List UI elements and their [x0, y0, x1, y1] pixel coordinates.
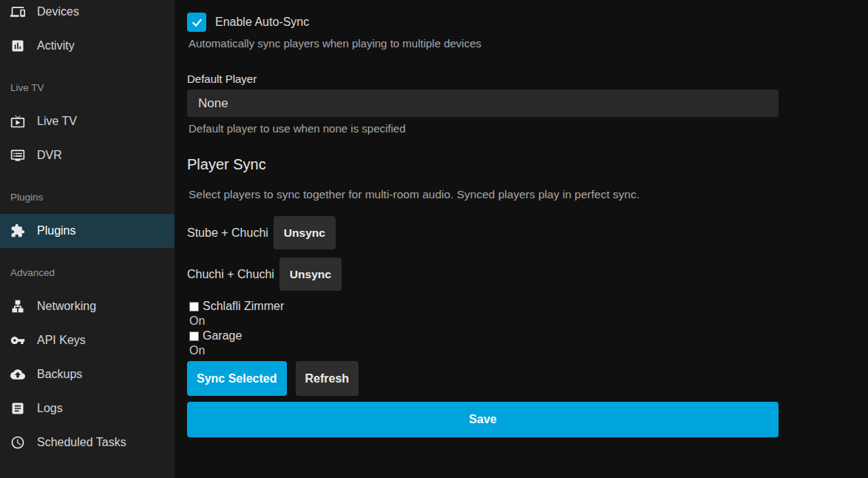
auto-sync-label: Enable Auto-Sync [215, 16, 309, 29]
unsync-button[interactable]: Unsync [274, 216, 336, 249]
sidebar-item-logs[interactable]: Logs [0, 391, 174, 425]
refresh-button[interactable]: Refresh [296, 361, 359, 396]
sidebar-item-backups[interactable]: Backups [0, 357, 174, 391]
sidebar-item-label: Live TV [37, 115, 77, 128]
default-player-select[interactable]: None [187, 90, 779, 117]
sidebar-item-scheduled-tasks[interactable]: Scheduled Tasks [0, 425, 174, 460]
sidebar-item-label: DVR [37, 149, 62, 162]
player-entry: GarageOn [189, 329, 779, 358]
activity-icon [10, 38, 25, 53]
default-player-value: None [198, 96, 228, 111]
sync-group-row: Stube + ChuchiUnsync [187, 216, 779, 249]
sync-actions-row: Sync Selected Refresh [187, 361, 779, 396]
player-status: On [189, 343, 779, 358]
sidebar-item-activity[interactable]: Activity [0, 29, 174, 63]
networking-icon [10, 299, 25, 314]
player-name: Garage [203, 329, 242, 343]
sync-selected-button[interactable]: Sync Selected [187, 361, 287, 396]
logs-icon [10, 401, 25, 416]
save-button[interactable]: Save [187, 402, 779, 437]
sidebar-item-plugins[interactable]: Plugins [0, 214, 174, 248]
sidebar-item-live-tv[interactable]: Live TV [0, 104, 174, 138]
sidebar-item-label: Logs [37, 402, 63, 415]
unsync-button[interactable]: Unsync [279, 257, 342, 291]
player-sync-description: Select players to sync together for mult… [189, 188, 779, 201]
clock-icon [10, 435, 25, 450]
plugins-icon [10, 223, 25, 238]
default-player-description: Default player to use when none is speci… [189, 122, 779, 135]
devices-icon [10, 4, 25, 19]
live-tv-icon [10, 114, 25, 129]
sidebar-nav-list: DevicesActivityLive TVLive TVDVRPluginsP… [0, 0, 174, 460]
sync-group-name: Chuchi + Chuchi [187, 268, 274, 281]
sidebar-section-header: Plugins [0, 180, 174, 214]
sidebar-item-label: Activity [37, 39, 75, 53]
sidebar-item-label: Plugins [37, 224, 75, 238]
player-checkbox[interactable] [189, 331, 199, 341]
sync-group-list: Stube + ChuchiUnsyncChuchi + ChuchiUnsyn… [187, 216, 779, 291]
key-icon [10, 333, 25, 348]
sync-group-name: Stube + Chuchi [187, 226, 268, 240]
sync-group-row: Chuchi + ChuchiUnsync [187, 257, 779, 291]
sidebar-section-header: Advanced [0, 255, 174, 289]
sidebar-item-label: API Keys [37, 334, 86, 347]
sidebar-item-devices[interactable]: Devices [0, 0, 174, 29]
settings-form: Enable Auto-Sync Automatically sync play… [187, 13, 779, 437]
backup-icon [10, 367, 25, 382]
sidebar-item-label: Devices [37, 5, 79, 18]
dvr-icon [10, 148, 25, 163]
sidebar-section-header: Live TV [0, 70, 174, 104]
auto-sync-checkbox-row[interactable]: Enable Auto-Sync [187, 13, 779, 32]
auto-sync-description: Automatically sync players when playing … [189, 37, 779, 50]
player-list: Schlafli ZimmerOnGarageOn [189, 299, 779, 358]
player-name: Schlafli Zimmer [203, 300, 284, 313]
sidebar-item-dvr[interactable]: DVR [0, 138, 174, 172]
sidebar-item-api-keys[interactable]: API Keys [0, 323, 174, 357]
sidebar-item-label: Backups [37, 368, 82, 381]
checkmark-icon [191, 16, 203, 29]
sidebar-item-label: Scheduled Tasks [37, 436, 126, 449]
sidebar-item-label: Networking [37, 300, 96, 313]
plugin-settings-panel: Enable Auto-Sync Automatically sync play… [174, 0, 868, 478]
app-window: DevicesActivityLive TVLive TVDVRPluginsP… [0, 0, 868, 478]
auto-sync-checkbox[interactable] [187, 13, 206, 32]
player-status: On [189, 314, 779, 329]
sidebar-item-networking[interactable]: Networking [0, 289, 174, 323]
player-sync-title: Player Sync [187, 156, 779, 173]
sidebar: DevicesActivityLive TVLive TVDVRPluginsP… [0, 0, 174, 478]
player-checkbox-row[interactable]: Garage [189, 329, 779, 343]
default-player-label: Default Player [187, 73, 779, 85]
player-checkbox[interactable] [189, 302, 199, 312]
player-entry: Schlafli ZimmerOn [189, 299, 779, 329]
player-checkbox-row[interactable]: Schlafli Zimmer [189, 299, 779, 314]
